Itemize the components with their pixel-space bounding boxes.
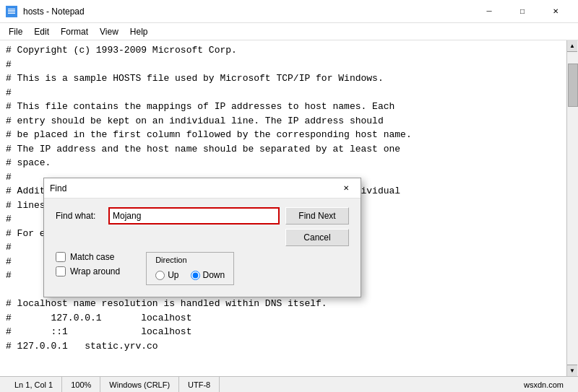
minimize-button[interactable]: ─	[473, 0, 506, 23]
menu-view[interactable]: View	[94, 23, 124, 40]
status-bar: Ln 1, Col 1 100% Windows (CRLF) UTF-8 ws…	[0, 376, 578, 392]
svg-rect-2	[8, 10, 15, 11]
app-icon	[6, 6, 17, 17]
match-case-checkbox[interactable]	[56, 252, 66, 262]
menu-format[interactable]: Format	[55, 23, 94, 40]
match-case-row: Match case	[56, 252, 120, 262]
find-next-button[interactable]: Find Next	[285, 207, 349, 225]
dialog-title-bar: Find ✕	[44, 178, 361, 199]
window-title: hosts - Notepad	[23, 6, 473, 17]
branding: wsxdn.com	[515, 377, 572, 392]
dialog-title: Find	[50, 183, 337, 193]
match-case-label[interactable]: Match case	[70, 252, 114, 262]
menu-help[interactable]: Help	[124, 23, 154, 40]
direction-up-text: Up	[168, 270, 178, 280]
direction-down-label[interactable]: Down	[191, 270, 225, 280]
svg-rect-3	[8, 12, 15, 12]
scroll-thumb[interactable]	[568, 64, 578, 107]
cancel-button[interactable]: Cancel	[285, 229, 349, 246]
dialog-buttons: Find Next Cancel	[285, 207, 349, 246]
encoding: UTF-8	[179, 377, 220, 392]
title-bar: hosts - Notepad ─ □ ✕	[0, 0, 578, 23]
window-controls: ─ □ ✕	[473, 0, 572, 23]
find-dialog: Find ✕ Find what: Find Next Cancel	[43, 178, 361, 297]
direction-up-label[interactable]: Up	[155, 270, 178, 280]
line-ending: Windows (CRLF)	[100, 377, 179, 392]
scrollbar-vertical[interactable]: ▲ ▼	[566, 40, 578, 376]
direction-down-radio[interactable]	[191, 271, 200, 280]
svg-rect-4	[8, 13, 15, 14]
menu-bar: File Edit Format View Help	[0, 23, 578, 40]
menu-edit[interactable]: Edit	[28, 23, 55, 40]
zoom-level: 100%	[62, 377, 100, 392]
checkboxes: Match case Wrap around	[56, 252, 120, 276]
close-button[interactable]: ✕	[539, 0, 572, 23]
dialog-close-button[interactable]: ✕	[337, 180, 355, 196]
dialog-body: Find what: Find Next Cancel Match case	[44, 199, 361, 297]
find-what-row: Find what:	[56, 207, 280, 225]
find-what-input[interactable]	[108, 207, 280, 225]
maximize-button[interactable]: □	[506, 0, 539, 23]
direction-up-radio[interactable]	[155, 271, 165, 280]
wrap-around-row: Wrap around	[56, 266, 120, 276]
cursor-position: Ln 1, Col 1	[6, 377, 62, 392]
menu-file[interactable]: File	[3, 23, 28, 40]
direction-group: Direction Up Down	[146, 252, 234, 285]
find-what-label: Find what:	[56, 211, 103, 221]
svg-rect-1	[8, 9, 15, 9]
scroll-down-button[interactable]: ▼	[567, 365, 577, 376]
direction-legend: Direction	[155, 256, 225, 264]
scroll-up-button[interactable]: ▲	[567, 40, 577, 52]
direction-down-text: Down	[203, 270, 225, 280]
wrap-around-checkbox[interactable]	[56, 266, 66, 276]
direction-radio-row: Up Down	[155, 270, 225, 280]
wrap-around-label[interactable]: Wrap around	[70, 266, 120, 276]
options-row: Match case Wrap around Direction Up	[56, 252, 349, 285]
